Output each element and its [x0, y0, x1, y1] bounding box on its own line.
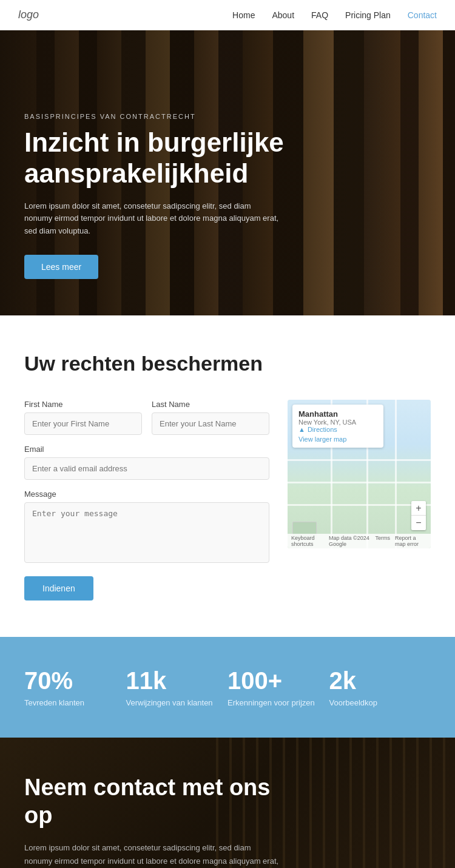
map-footer-data: Map data ©2024 Google	[329, 535, 370, 547]
submit-button[interactable]: Indienen	[24, 576, 93, 601]
stat-number-0: 70%	[24, 667, 126, 695]
map-place-name: Manhattan	[298, 409, 377, 419]
hero-description: Lorem ipsum dolor sit amet, consetetur s…	[24, 200, 279, 238]
map-place-sub: New York, NY, USA	[298, 419, 377, 426]
message-group: Message	[24, 490, 269, 563]
contact-title: Neem contact met ons op	[24, 774, 279, 829]
stat-number-1: 11k	[126, 667, 228, 695]
map-road-v3	[395, 400, 397, 548]
contact-content: Neem contact met ons op Lorem ipsum dolo…	[24, 774, 279, 868]
map-footer-report: Report a map error	[395, 535, 427, 547]
last-name-label: Last Name	[152, 400, 269, 409]
stat-label-0: Tevreden klanten	[24, 698, 126, 707]
stat-item-0: 70% Tevreden klanten	[24, 667, 126, 707]
stat-item-1: 11k Verwijzingen van klanten	[126, 667, 228, 707]
message-textarea[interactable]	[24, 502, 269, 563]
stat-item-2: 100+ Erkenningen voor prijzen	[228, 667, 329, 707]
map-footer: Keyboard shortcuts Map data ©2024 Google…	[288, 534, 431, 548]
map-footer-keyboard: Keyboard shortcuts	[291, 535, 324, 547]
email-group: Email	[24, 445, 269, 480]
nav-pricing[interactable]: Pricing Plan	[345, 10, 391, 20]
hero-title: Inzicht in burgerlijke aansprakelijkheid	[24, 127, 340, 189]
first-name-label: First Name	[24, 400, 142, 409]
map-road-h3	[288, 504, 431, 506]
form-section-title: Uw rechten beschermen	[24, 352, 431, 375]
navbar: logo Home About FAQ Pricing Plan Contact	[0, 0, 455, 30]
first-name-input[interactable]	[24, 412, 142, 435]
stat-number-3: 2k	[329, 667, 431, 695]
hero-subtitle: BASISPRINCIPES VAN CONTRACTRECHT	[24, 113, 340, 120]
map-zoom-out[interactable]: −	[411, 516, 426, 530]
form-section: Uw rechten beschermen First Name Last Na…	[0, 315, 455, 637]
map-footer-terms: Terms	[376, 535, 391, 547]
map-zoom-controls: + −	[411, 501, 426, 530]
last-name-input[interactable]	[152, 412, 269, 435]
view-larger-link[interactable]: View larger map	[298, 436, 377, 443]
stat-number-2: 100+	[228, 667, 329, 695]
stat-label-1: Verwijzingen van klanten	[126, 698, 228, 707]
hero-cta-button[interactable]: Lees meer	[24, 255, 98, 279]
nav-contact[interactable]: Contact	[408, 10, 437, 20]
form-map-row: First Name Last Name Email Message Indie…	[24, 400, 431, 601]
stats-section: 70% Tevreden klanten 11k Verwijzingen va…	[0, 637, 455, 738]
message-label: Message	[24, 490, 269, 499]
nav-links: Home About FAQ Pricing Plan Contact	[232, 10, 437, 20]
form-column: First Name Last Name Email Message Indie…	[24, 400, 269, 601]
email-label: Email	[24, 445, 269, 454]
hero-content: BASISPRINCIPES VAN CONTRACTRECHT Inzicht…	[0, 113, 364, 279]
map-info-card: Manhattan New York, NY, USA ▲ Directions…	[292, 405, 383, 448]
logo: logo	[18, 8, 39, 21]
contact-description: Lorem ipsum dolor sit amet, consetetur s…	[24, 841, 279, 868]
hero-section: BASISPRINCIPES VAN CONTRACTRECHT Inzicht…	[0, 30, 455, 315]
map-road-h2	[288, 482, 431, 483]
stat-label-3: Voorbeeldkop	[329, 698, 431, 707]
stat-label-2: Erkenningen voor prijzen	[228, 698, 329, 707]
map-container: Manhattan New York, NY, USA ▲ Directions…	[288, 400, 431, 548]
nav-about[interactable]: About	[272, 10, 294, 20]
contact-section: Neem contact met ons op Lorem ipsum dolo…	[0, 738, 455, 868]
map-inner: Manhattan New York, NY, USA ▲ Directions…	[288, 400, 431, 548]
map-column: Manhattan New York, NY, USA ▲ Directions…	[288, 400, 431, 548]
nav-faq[interactable]: FAQ	[311, 10, 328, 20]
email-input[interactable]	[24, 457, 269, 480]
directions-icon: ▲	[298, 426, 305, 433]
nav-home[interactable]: Home	[232, 10, 255, 20]
first-name-group: First Name	[24, 400, 142, 435]
directions-label: Directions	[308, 426, 337, 433]
map-zoom-in[interactable]: +	[411, 501, 426, 516]
name-row: First Name Last Name	[24, 400, 269, 435]
map-road-h1	[288, 459, 431, 461]
map-directions-btn[interactable]: ▲ Directions	[298, 426, 377, 433]
last-name-group: Last Name	[152, 400, 269, 435]
stat-item-3: 2k Voorbeeldkop	[329, 667, 431, 707]
